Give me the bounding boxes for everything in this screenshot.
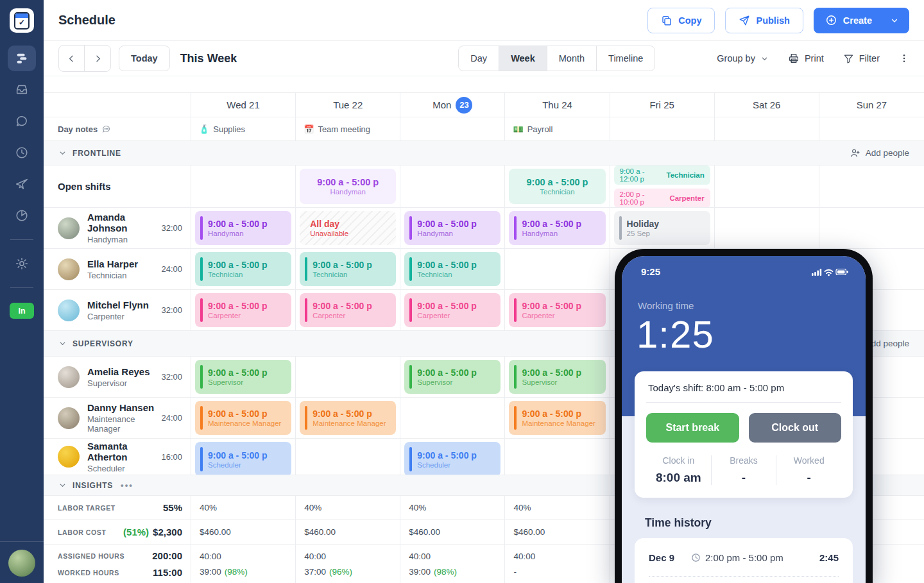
day-header-sun[interactable]: Sun 27 — [819, 93, 924, 117]
today-button[interactable]: Today — [119, 46, 170, 71]
person-row-header[interactable]: Mitchel Flynn Carpenter 32:00 — [44, 290, 191, 330]
shift-chip[interactable]: 9:00 a - 5:00 p Handyman — [195, 211, 291, 245]
clock-out-button[interactable]: Clock out — [749, 413, 842, 443]
person-row-header[interactable]: Amelia Reyes Supervisor 32:00 — [44, 357, 191, 397]
chevron-down-icon[interactable] — [58, 339, 67, 348]
day-cell[interactable] — [505, 249, 610, 289]
day-header-sat[interactable]: Sat 26 — [715, 93, 819, 117]
sidebar-item-reports[interactable] — [8, 203, 36, 228]
day-cell[interactable]: 9:00 a - 5:00 p Maintenance Manager — [505, 398, 610, 438]
more-options-icon[interactable] — [899, 53, 909, 63]
sidebar-item-settings[interactable] — [8, 251, 36, 276]
unavailable-chip[interactable]: All day Unavailable — [300, 211, 396, 245]
user-avatar[interactable] — [8, 550, 35, 577]
day-cell[interactable]: 9:00 a - 5:00 p Supervisor — [400, 357, 505, 397]
sidebar-item-time-clock[interactable] — [8, 140, 36, 165]
day-header-fri[interactable]: Fri 25 — [610, 93, 715, 117]
day-header-thu[interactable]: Thu 24 — [505, 93, 610, 117]
group-by-dropdown[interactable]: Group by — [717, 53, 769, 63]
chevron-down-icon[interactable] — [890, 16, 899, 25]
shift-chip[interactable]: 9:00 a - 5:00 p Scheduler — [404, 442, 501, 475]
day-cell[interactable]: 9:00 a - 5:00 p Handyman — [296, 165, 400, 207]
copy-button[interactable]: Copy — [647, 8, 715, 33]
day-cell[interactable]: Holiday 25 Sep — [610, 208, 715, 248]
person-row-header[interactable]: Samanta Atherton Scheduler 16:00 — [44, 439, 191, 475]
day-cell[interactable]: 9:00 a - 5:00 p Supervisor — [191, 357, 296, 397]
day-note-cell[interactable]: 🧴Supplies — [191, 117, 296, 140]
open-shift-chip[interactable]: 9:00 a - 12:00 p Technician — [614, 165, 710, 185]
day-cell[interactable] — [819, 208, 924, 248]
day-note-cell[interactable] — [400, 117, 505, 140]
sidebar-item-time-off[interactable] — [8, 171, 36, 197]
day-cell[interactable]: 9:00 a - 5:00 p Carpenter — [400, 290, 505, 330]
day-header-mon-today[interactable]: Mon23 — [400, 93, 505, 117]
sidebar-item-inbox[interactable] — [8, 77, 36, 103]
day-header-wed[interactable]: Wed 21 — [191, 93, 296, 117]
shift-chip[interactable]: 9:00 a - 5:00 p Carpenter — [300, 293, 396, 327]
day-cell[interactable]: 9:00 a - 12:00 p Technician 2:00 p - 10:… — [610, 165, 715, 207]
tab-timeline[interactable]: Timeline — [597, 46, 654, 71]
holiday-chip[interactable]: Holiday 25 Sep — [614, 211, 710, 245]
day-cell[interactable]: 9:00 a - 5:00 p Technician — [400, 249, 505, 289]
shift-chip[interactable]: 9:00 a - 5:00 p Maintenance Manager — [300, 401, 396, 435]
shift-chip[interactable]: 9:00 a - 5:00 p Maintenance Manager — [509, 401, 605, 435]
shift-chip[interactable]: 9:00 a - 5:00 p Carpenter — [509, 293, 605, 327]
shift-chip[interactable]: 9:00 a - 5:00 p Carpenter — [404, 293, 501, 327]
day-cell[interactable]: 9:00 a - 5:00 p Maintenance Manager — [191, 398, 296, 438]
day-cell[interactable] — [715, 165, 819, 207]
day-cell[interactable]: 9:00 a - 5:00 p Maintenance Manager — [296, 398, 400, 438]
sidebar-item-schedule[interactable] — [8, 46, 36, 71]
open-shift-chip[interactable]: 9:00 a - 5:00 p Handyman — [300, 169, 396, 204]
shift-chip[interactable]: 9:00 a - 5:00 p Technician — [300, 252, 396, 286]
next-week-button[interactable] — [85, 46, 110, 71]
day-cell[interactable] — [715, 208, 819, 248]
day-cell[interactable]: 9:00 a - 5:00 p Technician — [296, 249, 400, 289]
shift-chip[interactable]: 9:00 a - 5:00 p Supervisor — [509, 360, 605, 394]
chevron-down-icon[interactable] — [58, 149, 67, 157]
open-shift-chip[interactable]: 9:00 a - 5:00 p Technician — [509, 169, 605, 204]
open-shift-chip[interactable]: 2:00 p - 10:00 p Carpenter — [614, 189, 710, 208]
shift-chip[interactable]: 9:00 a - 5:00 p Technician — [195, 252, 291, 286]
day-note-cell[interactable] — [610, 117, 715, 140]
day-cell[interactable]: All day Unavailable — [296, 208, 400, 248]
day-cell[interactable]: 9:00 a - 5:00 p Handyman — [191, 208, 296, 248]
chevron-down-icon[interactable] — [58, 481, 67, 489]
day-note-cell[interactable] — [819, 117, 924, 140]
day-cell[interactable]: 9:00 a - 5:00 p Carpenter — [191, 290, 296, 330]
shift-chip[interactable]: 9:00 a - 5:00 p Supervisor — [404, 360, 501, 394]
clocked-in-badge[interactable]: In — [10, 303, 34, 319]
publish-button[interactable]: Publish — [725, 8, 803, 33]
day-cell[interactable]: 9:00 a - 5:00 p Handyman — [400, 208, 505, 248]
day-cell[interactable] — [819, 165, 924, 207]
time-history-entry[interactable]: Dec 9 2:00 pm - 5:00 pm 2:45 — [649, 552, 839, 563]
day-cell[interactable]: 9:00 a - 5:00 p Handyman — [505, 208, 610, 248]
day-cell[interactable]: 9:00 a - 5:00 p Supervisor — [505, 357, 610, 397]
app-logo[interactable]: ✓ — [10, 8, 34, 33]
day-cell[interactable] — [505, 439, 610, 475]
shift-chip[interactable]: 9:00 a - 5:00 p Carpenter — [195, 293, 291, 327]
shift-chip[interactable]: 9:00 a - 5:00 p Scheduler — [195, 442, 291, 475]
day-cell[interactable]: 9:00 a - 5:00 p Technician — [505, 165, 610, 207]
day-cell[interactable]: 9:00 a - 5:00 p Technician — [191, 249, 296, 289]
shift-chip[interactable]: 9:00 a - 5:00 p Handyman — [509, 211, 605, 245]
insights-more-icon[interactable]: ••• — [121, 480, 133, 490]
shift-chip[interactable]: 9:00 a - 5:00 p Handyman — [404, 211, 501, 245]
day-header-tue[interactable]: Tue 22 — [296, 93, 400, 117]
prev-week-button[interactable] — [59, 46, 85, 71]
day-note-cell[interactable]: 📅Team meeting — [296, 117, 400, 140]
day-cell[interactable] — [296, 439, 400, 475]
day-cell[interactable] — [296, 357, 400, 397]
shift-chip[interactable]: 9:00 a - 5:00 p Maintenance Manager — [195, 401, 291, 435]
tab-week[interactable]: Week — [499, 46, 547, 71]
day-cell[interactable] — [191, 165, 296, 207]
person-row-header[interactable]: Danny Hansen Maintenance Manager 24:00 — [44, 398, 191, 438]
shift-chip[interactable]: 9:00 a - 5:00 p Technician — [404, 252, 501, 286]
add-people-button[interactable]: Add people — [850, 148, 909, 158]
tab-month[interactable]: Month — [547, 46, 597, 71]
shift-chip[interactable]: 9:00 a - 5:00 p Supervisor — [195, 360, 291, 394]
print-button[interactable]: Print — [788, 53, 824, 64]
day-cell[interactable] — [400, 165, 505, 207]
person-row-header[interactable]: Ella Harper Technician 24:00 — [44, 249, 191, 289]
create-button[interactable]: Create — [814, 8, 909, 33]
day-cell[interactable]: 9:00 a - 5:00 p Carpenter — [296, 290, 400, 330]
